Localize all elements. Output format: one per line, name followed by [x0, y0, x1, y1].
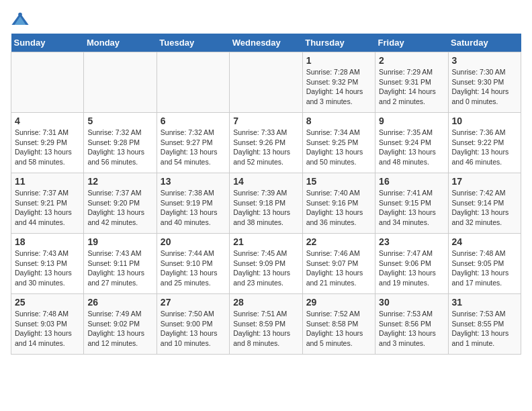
- date-number: 4: [15, 116, 80, 126]
- cell-info: Sunrise: 7:44 AMSunset: 9:10 PMDaylight:…: [161, 248, 226, 288]
- day-header-row: SundayMondayTuesdayWednesdayThursdayFrid…: [11, 34, 521, 52]
- calendar-cell: 18Sunrise: 7:43 AMSunset: 9:13 PMDayligh…: [11, 234, 84, 294]
- date-number: 12: [87, 176, 152, 187]
- date-number: 11: [15, 176, 80, 187]
- week-row-2: 4Sunrise: 7:31 AMSunset: 9:29 PMDaylight…: [11, 113, 521, 173]
- week-row-5: 25Sunrise: 7:48 AMSunset: 9:03 PMDayligh…: [11, 294, 521, 355]
- date-number: 6: [161, 116, 226, 126]
- cell-info: Sunrise: 7:43 AMSunset: 9:13 PMDaylight:…: [15, 248, 80, 288]
- cell-info: Sunrise: 7:53 AMSunset: 8:55 PMDaylight:…: [452, 309, 517, 349]
- date-number: 7: [233, 116, 298, 126]
- calendar-cell: 3Sunrise: 7:30 AMSunset: 9:30 PMDaylight…: [448, 52, 521, 113]
- calendar-cell: 19Sunrise: 7:43 AMSunset: 9:11 PMDayligh…: [84, 234, 157, 294]
- calendar-cell: 23Sunrise: 7:47 AMSunset: 9:06 PMDayligh…: [375, 234, 448, 294]
- calendar-cell: 1Sunrise: 7:28 AMSunset: 9:32 PMDaylight…: [302, 52, 375, 113]
- date-number: 18: [15, 236, 80, 247]
- cell-info: Sunrise: 7:39 AMSunset: 9:18 PMDaylight:…: [233, 188, 298, 228]
- cell-info: Sunrise: 7:52 AMSunset: 8:58 PMDaylight:…: [306, 309, 371, 349]
- day-header-tuesday: Tuesday: [157, 34, 229, 52]
- date-number: 15: [306, 176, 371, 187]
- cell-info: Sunrise: 7:46 AMSunset: 9:07 PMDaylight:…: [306, 248, 371, 288]
- calendar-table: SundayMondayTuesdayWednesdayThursdayFrid…: [11, 34, 521, 355]
- date-number: 24: [452, 236, 517, 247]
- day-header-monday: Monday: [84, 34, 157, 52]
- calendar-cell: 15Sunrise: 7:40 AMSunset: 9:16 PMDayligh…: [302, 173, 375, 234]
- calendar-cell: 31Sunrise: 7:53 AMSunset: 8:55 PMDayligh…: [448, 294, 521, 355]
- date-number: 27: [161, 297, 226, 308]
- cell-info: Sunrise: 7:32 AMSunset: 9:27 PMDaylight:…: [161, 128, 226, 167]
- day-header-saturday: Saturday: [448, 34, 521, 52]
- date-number: 29: [306, 297, 371, 308]
- cell-info: Sunrise: 7:35 AMSunset: 9:24 PMDaylight:…: [379, 128, 444, 167]
- day-header-friday: Friday: [375, 34, 448, 52]
- calendar-cell: 2Sunrise: 7:29 AMSunset: 9:31 PMDaylight…: [375, 52, 448, 113]
- week-row-4: 18Sunrise: 7:43 AMSunset: 9:13 PMDayligh…: [11, 234, 521, 294]
- cell-info: Sunrise: 7:50 AMSunset: 9:00 PMDaylight:…: [161, 309, 226, 349]
- cell-info: Sunrise: 7:37 AMSunset: 9:20 PMDaylight:…: [87, 188, 152, 228]
- calendar-cell: [11, 52, 84, 113]
- logo: [11, 11, 32, 30]
- calendar-cell: 16Sunrise: 7:41 AMSunset: 9:15 PMDayligh…: [375, 173, 448, 234]
- logo-icon: [11, 11, 30, 30]
- date-number: 3: [452, 55, 517, 66]
- date-number: 28: [233, 297, 298, 308]
- calendar-cell: 7Sunrise: 7:33 AMSunset: 9:26 PMDaylight…: [230, 113, 302, 173]
- date-number: 9: [379, 116, 444, 126]
- cell-info: Sunrise: 7:28 AMSunset: 9:32 PMDaylight:…: [306, 67, 371, 107]
- date-number: 20: [161, 236, 226, 247]
- calendar-cell: 10Sunrise: 7:36 AMSunset: 9:22 PMDayligh…: [448, 113, 521, 173]
- calendar-cell: 26Sunrise: 7:49 AMSunset: 9:02 PMDayligh…: [84, 294, 157, 355]
- cell-info: Sunrise: 7:48 AMSunset: 9:03 PMDaylight:…: [15, 309, 80, 349]
- date-number: 21: [233, 236, 298, 247]
- date-number: 16: [379, 176, 444, 187]
- date-number: 14: [233, 176, 298, 187]
- cell-info: Sunrise: 7:45 AMSunset: 9:09 PMDaylight:…: [233, 248, 298, 288]
- calendar-cell: 8Sunrise: 7:34 AMSunset: 9:25 PMDaylight…: [302, 113, 375, 173]
- day-header-thursday: Thursday: [302, 34, 375, 52]
- calendar-cell: 12Sunrise: 7:37 AMSunset: 9:20 PMDayligh…: [84, 173, 157, 234]
- cell-info: Sunrise: 7:42 AMSunset: 9:14 PMDaylight:…: [452, 188, 517, 228]
- cell-info: Sunrise: 7:33 AMSunset: 9:26 PMDaylight:…: [233, 128, 298, 167]
- calendar-cell: [84, 52, 157, 113]
- calendar-cell: 22Sunrise: 7:46 AMSunset: 9:07 PMDayligh…: [302, 234, 375, 294]
- day-header-sunday: Sunday: [11, 34, 84, 52]
- cell-info: Sunrise: 7:40 AMSunset: 9:16 PMDaylight:…: [306, 188, 371, 228]
- calendar-cell: 30Sunrise: 7:53 AMSunset: 8:56 PMDayligh…: [375, 294, 448, 355]
- date-number: 22: [306, 236, 371, 247]
- calendar-cell: [157, 52, 229, 113]
- calendar-cell: 20Sunrise: 7:44 AMSunset: 9:10 PMDayligh…: [157, 234, 229, 294]
- week-row-3: 11Sunrise: 7:37 AMSunset: 9:21 PMDayligh…: [11, 173, 521, 234]
- date-number: 17: [452, 176, 517, 187]
- cell-info: Sunrise: 7:38 AMSunset: 9:19 PMDaylight:…: [161, 188, 226, 228]
- calendar-cell: 17Sunrise: 7:42 AMSunset: 9:14 PMDayligh…: [448, 173, 521, 234]
- day-header-wednesday: Wednesday: [230, 34, 302, 52]
- cell-info: Sunrise: 7:30 AMSunset: 9:30 PMDaylight:…: [452, 67, 517, 107]
- calendar-cell: 11Sunrise: 7:37 AMSunset: 9:21 PMDayligh…: [11, 173, 84, 234]
- date-number: 13: [161, 176, 226, 187]
- calendar-cell: 24Sunrise: 7:48 AMSunset: 9:05 PMDayligh…: [448, 234, 521, 294]
- calendar-cell: 28Sunrise: 7:51 AMSunset: 8:59 PMDayligh…: [230, 294, 302, 355]
- week-row-1: 1Sunrise: 7:28 AMSunset: 9:32 PMDaylight…: [11, 52, 521, 113]
- cell-info: Sunrise: 7:31 AMSunset: 9:29 PMDaylight:…: [15, 128, 80, 167]
- cell-info: Sunrise: 7:51 AMSunset: 8:59 PMDaylight:…: [233, 309, 298, 349]
- cell-info: Sunrise: 7:49 AMSunset: 9:02 PMDaylight:…: [87, 309, 152, 349]
- calendar-cell: 14Sunrise: 7:39 AMSunset: 9:18 PMDayligh…: [230, 173, 302, 234]
- cell-info: Sunrise: 7:36 AMSunset: 9:22 PMDaylight:…: [452, 128, 517, 167]
- date-number: 25: [15, 297, 80, 308]
- calendar-cell: 25Sunrise: 7:48 AMSunset: 9:03 PMDayligh…: [11, 294, 84, 355]
- date-number: 8: [306, 116, 371, 126]
- date-number: 19: [87, 236, 152, 247]
- date-number: 2: [379, 55, 444, 66]
- page-header: [11, 11, 521, 30]
- calendar-cell: [230, 52, 302, 113]
- calendar-cell: 13Sunrise: 7:38 AMSunset: 9:19 PMDayligh…: [157, 173, 229, 234]
- calendar-cell: 4Sunrise: 7:31 AMSunset: 9:29 PMDaylight…: [11, 113, 84, 173]
- date-number: 31: [452, 297, 517, 308]
- cell-info: Sunrise: 7:53 AMSunset: 8:56 PMDaylight:…: [379, 309, 444, 349]
- cell-info: Sunrise: 7:41 AMSunset: 9:15 PMDaylight:…: [379, 188, 444, 228]
- date-number: 30: [379, 297, 444, 308]
- calendar-cell: 27Sunrise: 7:50 AMSunset: 9:00 PMDayligh…: [157, 294, 229, 355]
- calendar-cell: 6Sunrise: 7:32 AMSunset: 9:27 PMDaylight…: [157, 113, 229, 173]
- date-number: 26: [87, 297, 152, 308]
- cell-info: Sunrise: 7:37 AMSunset: 9:21 PMDaylight:…: [15, 188, 80, 228]
